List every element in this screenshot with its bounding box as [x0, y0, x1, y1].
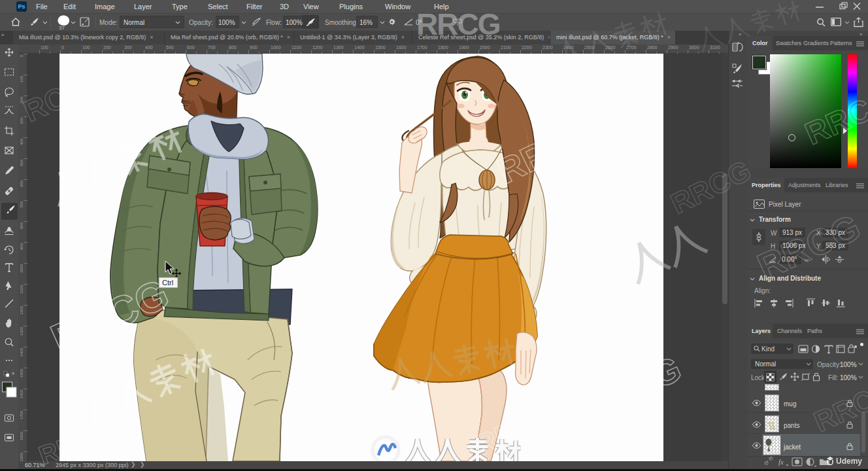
svg-text:RRCG: RRCG: [800, 82, 868, 151]
svg-text:fx: fx: [778, 458, 784, 466]
svg-text:RRC: RRC: [35, 424, 97, 470]
svg-text:RC G: RC G: [18, 67, 101, 128]
svg-text:RRCG: RRCG: [809, 374, 868, 438]
svg-text:RRCG: RRCG: [751, 206, 866, 288]
svg-text:Ctrl: Ctrl: [162, 279, 173, 287]
svg-text:Udemy: Udemy: [836, 457, 862, 466]
